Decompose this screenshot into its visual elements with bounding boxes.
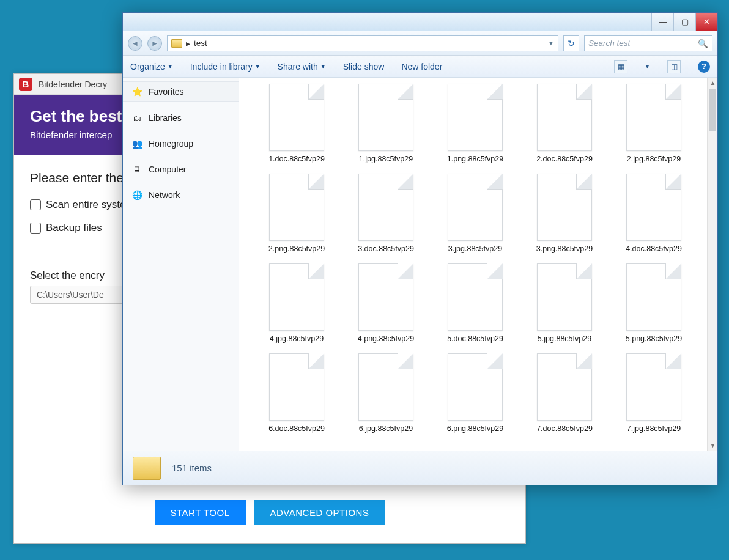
folder-large-icon (133, 457, 161, 480)
organize-menu[interactable]: Organize ▼ (130, 62, 173, 72)
file-icon (537, 84, 592, 151)
file-item[interactable]: 1.png.88c5fvp29 (432, 84, 518, 164)
page-fold-icon (398, 174, 413, 190)
explorer-toolbar: Organize ▼ Include in library ▼ Share wi… (123, 56, 717, 78)
file-item[interactable]: 4.jpg.88c5fvp29 (254, 263, 339, 344)
scrollbar[interactable]: ▲ ▼ (707, 78, 717, 451)
sidebar-network[interactable]: 🌐 Network (123, 185, 239, 205)
file-item[interactable]: 5.jpg.88c5fvp29 (522, 263, 607, 344)
bitdefender-title: Bitdefender Decry (39, 79, 107, 89)
new-folder-button[interactable]: New folder (401, 62, 442, 72)
page-fold-icon (576, 353, 592, 369)
file-item[interactable]: 5.png.88c5fvp29 (611, 263, 697, 344)
minimize-button[interactable]: — (651, 13, 673, 31)
file-item[interactable]: 4.png.88c5fvp29 (343, 263, 429, 344)
file-item[interactable]: 2.png.88c5fvp29 (254, 174, 339, 254)
status-bar: 151 items (123, 451, 717, 485)
page-fold-icon (487, 84, 503, 100)
share-with-menu[interactable]: Share with ▼ (278, 62, 326, 72)
address-dropdown-icon[interactable]: ▼ (548, 40, 554, 46)
scroll-thumb[interactable] (709, 89, 716, 131)
file-item[interactable]: 6.jpg.88c5fvp29 (343, 353, 429, 433)
file-name-label: 1.jpg.88c5fvp29 (359, 155, 413, 164)
sidebar-favorites[interactable]: ⭐ Favorites (123, 81, 239, 102)
file-name-label: 2.doc.88c5fvp29 (536, 155, 593, 164)
file-item[interactable]: 7.doc.88c5fvp29 (522, 353, 607, 433)
search-placeholder: Search test (588, 39, 630, 48)
refresh-button[interactable]: ↻ (563, 35, 579, 51)
file-icon (269, 174, 324, 241)
favorites-label: Favorites (149, 87, 184, 97)
bitdefender-buttons: START TOOL ADVANCED OPTIONS (14, 488, 525, 543)
file-item[interactable]: 3.png.88c5fvp29 (522, 174, 607, 254)
address-bar[interactable]: ▸ test ▼ (167, 35, 558, 51)
page-fold-icon (308, 353, 324, 369)
file-icon (537, 353, 592, 421)
help-button[interactable]: ? (698, 61, 710, 73)
scan-entire-checkbox[interactable] (30, 199, 41, 210)
file-name-label: 7.jpg.88c5fvp29 (627, 424, 681, 433)
search-input[interactable]: Search test 🔍 (584, 35, 712, 51)
chevron-down-icon[interactable]: ▼ (645, 64, 650, 70)
file-icon (358, 353, 413, 421)
file-item[interactable]: 7.jpg.88c5fvp29 (611, 353, 697, 433)
file-item[interactable]: 6.doc.88c5fvp29 (254, 353, 339, 433)
file-name-label: 2.jpg.88c5fvp29 (627, 155, 681, 164)
sidebar-computer[interactable]: 🖥 Computer (123, 160, 239, 179)
page-fold-icon (308, 263, 324, 279)
file-item[interactable]: 6.png.88c5fvp29 (432, 353, 518, 433)
sidebar-homegroup[interactable]: 👥 Homegroup (123, 134, 239, 153)
back-button[interactable]: ◄ (128, 36, 142, 51)
view-options-button[interactable]: ▦ (614, 60, 627, 73)
file-item[interactable]: 3.doc.88c5fvp29 (343, 174, 429, 254)
file-item[interactable]: 4.doc.88c5fvp29 (611, 174, 697, 254)
page-fold-icon (487, 174, 503, 190)
file-name-label: 3.doc.88c5fvp29 (358, 245, 414, 254)
share-label: Share with (278, 62, 318, 72)
preview-pane-button[interactable]: ◫ (667, 60, 681, 73)
file-item[interactable]: 3.jpg.88c5fvp29 (432, 174, 518, 254)
explorer-navbar: ◄ ► ▸ test ▼ ↻ Search test 🔍 (123, 31, 717, 56)
page-fold-icon (398, 353, 413, 369)
folder-icon (171, 39, 182, 48)
newfolder-label: New folder (401, 62, 442, 72)
network-label: Network (149, 190, 180, 200)
close-button[interactable]: ✕ (695, 13, 717, 31)
file-name-label: 5.jpg.88c5fvp29 (538, 334, 591, 344)
file-name-label: 6.png.88c5fvp29 (447, 424, 503, 433)
sidebar-libraries[interactable]: 🗂 Libraries (123, 108, 239, 128)
organize-label: Organize (130, 62, 165, 72)
file-item[interactable]: 1.doc.88c5fvp29 (254, 84, 339, 164)
computer-label: Computer (149, 164, 186, 174)
explorer-titlebar[interactable]: — ▢ ✕ (123, 13, 717, 31)
page-fold-icon (665, 353, 681, 369)
slideshow-button[interactable]: Slide show (343, 62, 385, 72)
backup-files-checkbox[interactable] (30, 223, 41, 234)
backup-files-label: Backup files (46, 222, 102, 234)
breadcrumb-current[interactable]: test (194, 39, 207, 48)
include-in-library-menu[interactable]: Include in library ▼ (190, 62, 261, 72)
file-icon (626, 174, 681, 241)
page-fold-icon (665, 174, 681, 190)
file-item[interactable]: 1.jpg.88c5fvp29 (343, 84, 429, 164)
file-item[interactable]: 2.doc.88c5fvp29 (522, 84, 607, 164)
start-tool-button[interactable]: START TOOL (155, 500, 246, 525)
file-icon (537, 174, 592, 241)
file-pane[interactable]: 1.doc.88c5fvp291.jpg.88c5fvp291.png.88c5… (239, 78, 717, 451)
breadcrumb-sep: ▸ (186, 39, 190, 48)
file-icon (448, 353, 503, 421)
scroll-up-icon[interactable]: ▲ (708, 78, 717, 88)
file-name-label: 4.doc.88c5fvp29 (626, 245, 682, 254)
file-icon (269, 353, 324, 421)
file-item[interactable]: 5.doc.88c5fvp29 (432, 263, 518, 344)
scroll-down-icon[interactable]: ▼ (708, 440, 717, 451)
file-icon (626, 84, 681, 151)
maximize-button[interactable]: ▢ (673, 13, 695, 31)
scan-entire-label: Scan entire syste (46, 199, 125, 211)
chevron-down-icon: ▼ (255, 64, 261, 70)
file-item[interactable]: 2.jpg.88c5fvp29 (611, 84, 697, 164)
forward-button[interactable]: ► (147, 36, 162, 51)
explorer-window: — ▢ ✕ ◄ ► ▸ test ▼ ↻ Search test 🔍 Organ… (122, 12, 718, 485)
advanced-options-button[interactable]: ADVANCED OPTIONS (254, 500, 385, 525)
file-icon (626, 263, 681, 331)
